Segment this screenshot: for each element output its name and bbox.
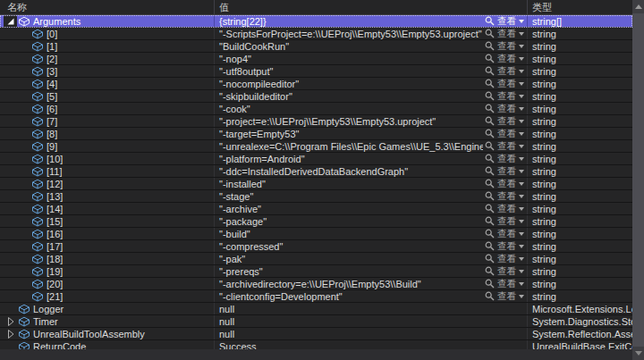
- table-row[interactable]: [7]"-project=e:\\UEProj\\Empty53\\Empty5…: [0, 115, 632, 128]
- table-row[interactable]: [14]"-archive"查看string: [0, 203, 632, 215]
- scroll-down-button[interactable]: [632, 347, 644, 360]
- table-row[interactable]: [11]"-ddc=InstalledDerivedDataBackendGra…: [0, 165, 632, 178]
- table-row[interactable]: UnrealBuildToolAssemblynullSystem.Reflec…: [0, 328, 632, 340]
- view-dropdown-icon[interactable]: [519, 120, 524, 123]
- view-dropdown-icon[interactable]: [519, 95, 524, 98]
- table-row[interactable]: [17]"-compressed"查看string: [0, 240, 632, 253]
- field-icon: [31, 241, 44, 252]
- view-dropdown-icon[interactable]: [519, 157, 524, 161]
- view-value-button[interactable]: 查看: [483, 128, 527, 139]
- view-value-button[interactable]: 查看: [483, 153, 527, 164]
- view-dropdown-icon[interactable]: [519, 295, 524, 298]
- view-dropdown-icon[interactable]: [519, 195, 524, 198]
- table-row[interactable]: [3]"-utf8output"查看string: [0, 65, 632, 78]
- table-row[interactable]: [9]"-unrealexe=C:\\Program Files\\Epic G…: [0, 140, 632, 153]
- table-row[interactable]: [16]"-build"查看string: [0, 228, 632, 240]
- view-value-button[interactable]: 查看: [483, 15, 527, 27]
- field-icon-box: [31, 254, 44, 264]
- scroll-up-button[interactable]: [632, 0, 644, 13]
- view-value-button[interactable]: 查看: [483, 228, 527, 239]
- view-dropdown-icon[interactable]: [519, 282, 524, 286]
- column-header-value[interactable]: 值: [215, 0, 528, 14]
- view-value-button[interactable]: 查看: [483, 240, 527, 252]
- view-value-button[interactable]: 查看: [483, 165, 527, 177]
- view-value-button[interactable]: 查看: [483, 103, 527, 114]
- table-row[interactable]: [13]"-stage"查看string: [0, 190, 632, 203]
- view-button-label: 查看: [497, 115, 516, 127]
- table-row[interactable]: [20]"-archivedirectory=e:\\UEProj\\Empty…: [0, 278, 632, 290]
- table-row[interactable]: [10]"-platform=Android"查看string: [0, 153, 632, 165]
- table-row[interactable]: [0]"-ScriptsForProject=e:\\UEProj\\Empty…: [0, 28, 632, 40]
- table-row[interactable]: [8]"-target=Empty53"查看string: [0, 128, 632, 140]
- view-value-button[interactable]: 查看: [483, 278, 527, 289]
- value-cell: "-unrealexe=C:\\Program Files\\Epic Game…: [215, 140, 528, 152]
- view-value-button[interactable]: 查看: [483, 140, 527, 152]
- table-row[interactable]: [5]"-skipbuildeditor"查看string: [0, 90, 632, 103]
- view-value-button[interactable]: 查看: [483, 178, 527, 189]
- view-dropdown-icon[interactable]: [519, 270, 524, 273]
- table-row[interactable]: [1]"BuildCookRun"查看string: [0, 40, 632, 53]
- view-value-button[interactable]: 查看: [483, 28, 527, 39]
- scrollbar-thumb[interactable]: [632, 13, 644, 347]
- view-value-button[interactable]: 查看: [483, 203, 527, 214]
- table-row[interactable]: LoggernullMicrosoft.Extensions.Lo...: [0, 303, 632, 315]
- variable-name: [15]: [47, 216, 63, 227]
- view-dropdown-icon[interactable]: [519, 245, 524, 248]
- view-dropdown-icon[interactable]: [519, 107, 524, 111]
- tree-expander[interactable]: [4, 15, 17, 27]
- variable-type: string: [532, 229, 556, 239]
- table-row[interactable]: [12]"-installed"查看string: [0, 178, 632, 190]
- name-cell: [1]: [0, 40, 215, 52]
- view-value-button[interactable]: 查看: [483, 290, 527, 302]
- view-dropdown-icon[interactable]: [519, 45, 524, 48]
- type-cell: string: [528, 253, 632, 264]
- name-cell: [8]: [0, 128, 215, 139]
- view-value-button[interactable]: 查看: [483, 190, 527, 202]
- view-dropdown-icon[interactable]: [519, 220, 524, 223]
- view-value-button[interactable]: 查看: [483, 78, 527, 89]
- view-value-button[interactable]: 查看: [483, 253, 527, 264]
- table-row[interactable]: [18]"-pak"查看string: [0, 253, 632, 265]
- view-dropdown-icon[interactable]: [519, 32, 524, 36]
- type-cell: string: [528, 240, 632, 252]
- view-value-button[interactable]: 查看: [483, 65, 527, 77]
- view-value-button[interactable]: 查看: [483, 90, 527, 102]
- variable-value: "BuildCookRun": [219, 41, 483, 52]
- variable-value: "-archive": [219, 204, 483, 214]
- table-row[interactable]: Arguments{string[22]}查看string[]: [0, 15, 632, 28]
- view-dropdown-icon[interactable]: [519, 145, 524, 148]
- view-value-button[interactable]: 查看: [483, 40, 527, 52]
- view-dropdown-icon[interactable]: [519, 207, 524, 211]
- table-row[interactable]: [6]"-cook"查看string: [0, 103, 632, 115]
- table-row[interactable]: TimernullSystem.Diagnostics.Sto...: [0, 315, 632, 328]
- view-value-button[interactable]: 查看: [483, 115, 527, 127]
- view-dropdown-icon[interactable]: [519, 182, 524, 186]
- field-icon: [31, 66, 44, 77]
- view-dropdown-icon[interactable]: [519, 82, 524, 86]
- view-dropdown-icon[interactable]: [519, 57, 524, 61]
- table-row[interactable]: [15]"-package"查看string: [0, 215, 632, 228]
- view-dropdown-icon[interactable]: [519, 257, 524, 261]
- view-dropdown-icon[interactable]: [519, 20, 524, 23]
- table-row[interactable]: [21]"-clientconfig=Development"查看string: [0, 290, 632, 303]
- table-row[interactable]: [19]"-prereqs"查看string: [0, 265, 632, 278]
- view-dropdown-icon[interactable]: [519, 70, 524, 73]
- name-cell: [20]: [0, 278, 215, 289]
- column-header-name[interactable]: 名称: [0, 0, 215, 14]
- column-header-type[interactable]: 类型: [528, 0, 632, 14]
- tree-expander[interactable]: [4, 328, 17, 339]
- view-value-button[interactable]: 查看: [483, 265, 527, 277]
- view-dropdown-icon[interactable]: [519, 232, 524, 236]
- view-dropdown-icon[interactable]: [519, 170, 524, 173]
- view-value-button[interactable]: 查看: [483, 53, 527, 64]
- view-button-label: 查看: [497, 15, 516, 27]
- vertical-scrollbar[interactable]: [632, 0, 644, 360]
- table-row[interactable]: [2]"-nop4"查看string: [0, 53, 632, 65]
- view-value-button[interactable]: 查看: [483, 215, 527, 227]
- table-row[interactable]: [4]"-nocompileeditor"查看string: [0, 78, 632, 90]
- value-cell: "-skipbuildeditor"查看: [215, 90, 528, 102]
- tree-expander[interactable]: [4, 315, 17, 327]
- view-dropdown-icon[interactable]: [519, 132, 524, 136]
- variable-value: "-nop4": [219, 54, 483, 64]
- variable-type: string: [532, 279, 556, 289]
